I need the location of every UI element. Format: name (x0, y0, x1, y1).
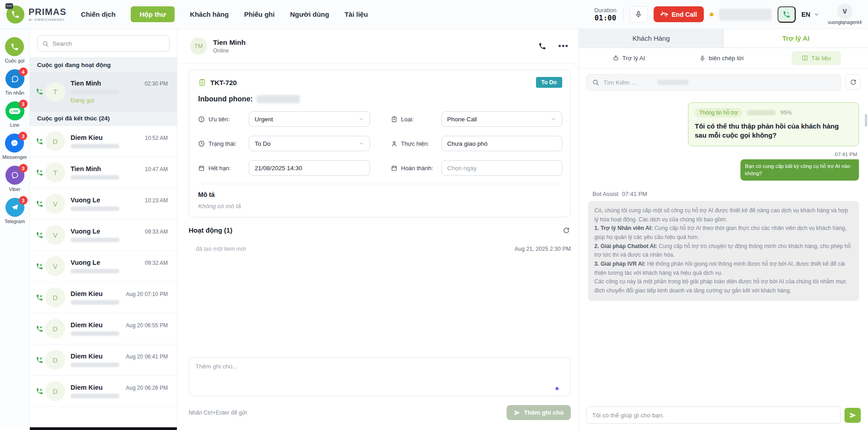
end-call-button[interactable]: End Call (654, 6, 704, 22)
ended-call-item[interactable]: V Vuong Le 09:33 AM (30, 220, 177, 251)
vertical-scrollbar[interactable] (865, 114, 867, 127)
nav-item[interactable]: Phiếu ghi (244, 6, 275, 22)
phone-incoming-icon (34, 387, 44, 395)
duration-label: Duration (594, 7, 617, 14)
suggestion-card[interactable]: Thông tin hỗ trợ 95% Tôi có thể thu thập… (688, 102, 859, 146)
nav-item[interactable]: Chiến dịch (81, 6, 116, 22)
ended-call-item[interactable]: V Vuong Le 10:23 AM (30, 188, 177, 220)
channel-viber[interactable]: 3 Viber (5, 166, 24, 192)
call-contact-button[interactable] (538, 42, 546, 50)
send-message-button[interactable] (844, 408, 861, 423)
refresh-activity-button[interactable] (563, 227, 570, 234)
contact-name: Diem Kieu (71, 353, 103, 360)
phone-incoming-icon (34, 169, 44, 177)
redacted-text (747, 110, 776, 115)
user-menu[interactable]: V vuonglqnagent4 (828, 4, 862, 25)
chevron-down-icon (814, 12, 819, 17)
chevron-down-icon (359, 116, 364, 122)
nav-item[interactable]: Người dùng (290, 6, 329, 22)
language-selector[interactable]: EN (802, 11, 819, 18)
channel-telegram[interactable]: 3 Telegram (5, 198, 25, 224)
avatar: V (45, 194, 65, 214)
activity-title: Hoạt động (1) (189, 226, 232, 234)
contact-name: Diem Kieu (71, 384, 103, 391)
ended-call-item[interactable]: V Vuong Le 09:32 AM (30, 251, 177, 282)
channel-messenger[interactable]: 3 Messenger (2, 134, 27, 160)
call-time: 09:33 AM (145, 229, 168, 235)
bot-message-bubble: Có, chúng tôi cung cấp một số công cụ hỗ… (588, 201, 859, 301)
ended-call-item[interactable]: D Diem Kieu 10:52 AM (30, 126, 177, 157)
due-date-label: Hết hạn: (198, 165, 249, 172)
avatar: D (45, 381, 65, 401)
nav-item[interactable]: Khách hàng (190, 6, 229, 22)
avatar: D (45, 131, 65, 151)
channel-messages[interactable]: 4 Tin nhắn (5, 69, 24, 96)
redacted-phone-number (71, 238, 119, 242)
more-options-button[interactable]: ••• (558, 44, 569, 48)
message-time: 07:41 PM (835, 152, 857, 157)
activity-text: đã tạo một item mới (196, 246, 246, 252)
due-date-input[interactable]: 21/08/2025 14:30 (249, 160, 370, 176)
channel-line[interactable]: LINE 3 Line (5, 101, 24, 128)
assignee-label: Thực hiện: (391, 140, 441, 147)
call-time: Aug 20 06:41 PM (126, 354, 168, 360)
ticket-id: TKT-720 (210, 79, 237, 86)
type-select[interactable]: Phone Call (441, 111, 563, 127)
assistant-search-input[interactable] (603, 79, 653, 86)
note-input[interactable] (189, 358, 570, 396)
ended-call-item[interactable]: D Diem Kieu Aug 20 06:26 PM (30, 376, 177, 407)
avatar: D (45, 319, 65, 339)
phone-channel-icon (5, 37, 24, 56)
call-time: 09:32 AM (145, 260, 168, 266)
state-select[interactable]: To Do (249, 136, 370, 151)
confidence-score: 95% (780, 110, 792, 116)
assistant-message-input[interactable] (586, 406, 841, 424)
call-button[interactable] (778, 6, 796, 23)
brand-name: PRIMAS (28, 7, 66, 17)
search-input[interactable] (52, 40, 165, 47)
completed-date-input[interactable]: Chọn ngày (441, 160, 563, 176)
unread-badge: 3 (19, 100, 28, 108)
ended-call-item[interactable]: D Diem Kieu Aug 20 07:10 PM (30, 282, 177, 313)
mute-mic-button[interactable] (630, 6, 648, 23)
viber-channel-icon: 3 (5, 166, 24, 185)
add-note-button[interactable]: Thêm ghi chú (507, 405, 571, 420)
ended-call-item[interactable]: D Diem Kieu Aug 20 06:55 PM (30, 313, 177, 344)
nav-item[interactable]: Tài liệu (345, 6, 368, 22)
send-hint: Nhấn Ctrl+Enter để gửi (189, 410, 247, 416)
typing-indicator-dot (555, 387, 559, 390)
duration-value: 01:00 (594, 14, 616, 22)
book-icon (802, 55, 808, 62)
tab-ai-assistant[interactable]: Trợ lý AI (723, 29, 868, 48)
call-duration: Duration 01:00 (594, 7, 617, 22)
ticket-icon (198, 78, 206, 86)
avatar: V (45, 256, 65, 276)
ended-call-item[interactable]: D Diem Kieu Aug 20 06:41 PM (30, 344, 177, 376)
refresh-chat-button[interactable] (845, 74, 861, 90)
phone-slash-icon (660, 10, 668, 18)
call-time: Aug 20 06:26 PM (126, 385, 168, 391)
ended-call-item[interactable]: T Tien Minh 10:47 AM (30, 157, 177, 188)
nav-item[interactable]: Hộp thư (131, 6, 174, 22)
activity-date: Aug 21, 2025 2:30 PM (515, 246, 571, 252)
phone-icon (783, 10, 791, 19)
tab-customer[interactable]: Khách Hàng (579, 29, 723, 48)
channel-calls[interactable]: Cuộc gọi (5, 37, 24, 63)
chevron-down-icon (359, 141, 364, 146)
active-call-item[interactable]: T Tien Minh 02:30 PM Đang gọi (30, 72, 177, 111)
unread-badge: 3 (19, 196, 28, 205)
line-channel-icon: LINE 3 (5, 101, 24, 120)
assignee-field[interactable]: Chưa giao phó (441, 136, 563, 151)
end-call-label: End Call (672, 11, 697, 18)
subtab-ai-assistant[interactable]: Trợ lý AI (606, 51, 651, 65)
user-avatar: V (837, 4, 853, 19)
priority-select[interactable]: Urgent (249, 111, 370, 127)
assistant-search (586, 74, 841, 91)
subtab-documents[interactable]: Tài liệu (792, 51, 841, 65)
subtab-transcript[interactable]: biên chép lời (693, 51, 750, 65)
horizontal-scrollbar[interactable] (30, 427, 177, 430)
completed-date-label: Hoàn thành: (391, 165, 441, 172)
redacted-phone-number (71, 206, 119, 211)
contact-name: Vuong Le (71, 259, 100, 266)
channel-label: Messenger (2, 154, 27, 160)
